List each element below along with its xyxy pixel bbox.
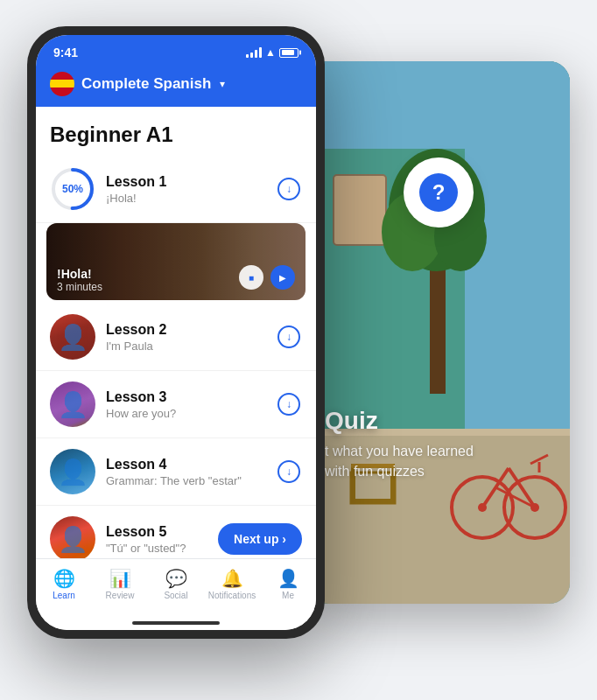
learn-label: Learn: [53, 591, 75, 600]
nav-item-me[interactable]: 👤 Me: [260, 564, 316, 604]
course-title: Complete Spanish: [81, 75, 211, 93]
lesson-3-download-icon: ↓: [277, 393, 300, 416]
lesson-1-info: Lesson 1 ¡Hola!: [106, 174, 265, 205]
lesson-4-subtitle: Grammar: The verb "estar": [106, 474, 265, 487]
video-control-2[interactable]: ▶: [270, 265, 295, 290]
lesson-1-progress-text: 50%: [50, 166, 95, 212]
home-bar: [132, 621, 220, 625]
lesson-2-title: Lesson 2: [106, 322, 265, 338]
quiz-question-mark: ?: [419, 173, 458, 212]
video-control-1[interactable]: ■: [239, 265, 263, 290]
nav-item-learn[interactable]: 🌐 Learn: [36, 564, 92, 604]
lesson-4-download-icon: ↓: [277, 460, 300, 483]
app-header[interactable]: Complete Spanish ▾: [36, 65, 316, 107]
nav-item-social[interactable]: 💬 Social: [148, 564, 204, 604]
lesson-5-item[interactable]: Lesson 5 "Tú" or "usted"? Next up ›: [36, 506, 316, 558]
quiz-subtitle: t what you have learnedwith fun quizzes: [325, 442, 552, 481]
video-controls: ■ ▶: [239, 265, 295, 290]
social-icon: 💬: [165, 568, 187, 589]
next-up-button[interactable]: Next up ›: [218, 523, 302, 555]
review-icon: 📊: [109, 568, 131, 589]
status-time: 9:41: [53, 46, 78, 60]
quiz-title: Quiz: [325, 407, 552, 435]
status-bar: 9:41 ▲: [36, 35, 316, 65]
lesson-5-info: Lesson 5 "Tú" or "usted"?: [106, 524, 207, 555]
quiz-card: ? Quiz t what you have learnedwith fun q…: [307, 61, 570, 604]
status-icons: ▲: [246, 46, 298, 59]
quiz-text-block: Quiz t what you have learnedwith fun qui…: [307, 389, 570, 499]
video-title: !Hola!: [57, 267, 102, 281]
video-info: !Hola! 3 minutes: [57, 267, 102, 293]
review-label: Review: [106, 591, 135, 600]
lesson-4-title: Lesson 4: [106, 457, 265, 472]
lesson-1-progress-circle: 50%: [50, 166, 95, 212]
lesson-3-subtitle: How are you?: [106, 407, 265, 420]
lesson-4-download-button[interactable]: ↓: [276, 458, 302, 485]
lesson-2-subtitle: I'm Paula: [106, 340, 265, 353]
quiz-card-background: ? Quiz t what you have learnedwith fun q…: [307, 61, 570, 604]
notifications-label: Notifications: [208, 591, 256, 600]
phone-screen: 9:41 ▲ Complete Spanish: [36, 35, 316, 630]
lesson-2-info: Lesson 2 I'm Paula: [106, 322, 265, 353]
nav-item-review[interactable]: 📊 Review: [92, 564, 148, 604]
lessons-list: 50% Lesson 1 ¡Hola! ↓: [36, 156, 316, 558]
lesson-1-title: Lesson 1: [106, 174, 265, 190]
video-control-2-icon: ▶: [279, 273, 286, 283]
spanish-flag-icon: [50, 72, 74, 96]
home-indicator: [36, 618, 316, 630]
lesson-4-info: Lesson 4 Grammar: The verb "estar": [106, 457, 265, 487]
lesson-3-title: Lesson 3: [106, 389, 265, 405]
wifi-icon: ▲: [265, 46, 276, 59]
lesson-4-item[interactable]: Lesson 4 Grammar: The verb "estar" ↓: [36, 438, 316, 506]
battery-icon: [279, 48, 298, 58]
lesson-5-avatar: [50, 516, 95, 558]
lesson-2-download-button[interactable]: ↓: [276, 324, 302, 350]
scene: ? Quiz t what you have learnedwith fun q…: [27, 26, 570, 674]
svg-rect-2: [334, 175, 386, 245]
lesson-1-item[interactable]: 50% Lesson 1 ¡Hola! ↓: [36, 156, 316, 223]
bottom-nav: 🌐 Learn 📊 Review 💬 Social 🔔 Notification…: [36, 558, 316, 618]
lesson-3-download-button[interactable]: ↓: [276, 391, 302, 417]
lesson-2-download-icon: ↓: [277, 326, 300, 348]
lesson-5-title: Lesson 5: [106, 524, 207, 540]
section-title: Beginner A1: [36, 107, 316, 156]
signal-bars-icon: [246, 47, 262, 58]
video-preview-card[interactable]: !Hola! 3 minutes ■ ▶: [46, 223, 306, 300]
lesson-1-subtitle: ¡Hola!: [106, 192, 265, 205]
learn-icon: 🌐: [53, 568, 75, 589]
me-label: Me: [282, 591, 294, 600]
lesson-3-info: Lesson 3 How are you?: [106, 389, 265, 420]
notifications-icon: 🔔: [221, 568, 243, 589]
lesson-4-avatar: [50, 449, 95, 494]
lesson-3-item[interactable]: Lesson 3 How are you? ↓: [36, 371, 316, 438]
social-label: Social: [164, 591, 187, 600]
phone-frame: 9:41 ▲ Complete Spanish: [27, 26, 325, 639]
video-duration: 3 minutes: [57, 281, 102, 293]
lesson-2-item[interactable]: Lesson 2 I'm Paula ↓: [36, 304, 316, 371]
lesson-1-download-button[interactable]: ↓: [276, 176, 302, 202]
me-icon: 👤: [277, 568, 299, 589]
main-content: Beginner A1 50% Lesson 1: [36, 107, 316, 558]
video-control-1-icon: ■: [249, 273, 254, 283]
lesson-2-avatar: [50, 314, 95, 360]
lesson-5-subtitle: "Tú" or "usted"?: [106, 542, 207, 555]
chevron-down-icon: ▾: [220, 78, 225, 90]
quiz-question-circle: ?: [404, 158, 474, 228]
download-icon: ↓: [277, 178, 300, 200]
nav-item-notifications[interactable]: 🔔 Notifications: [204, 564, 260, 604]
lesson-3-avatar: [50, 382, 95, 427]
